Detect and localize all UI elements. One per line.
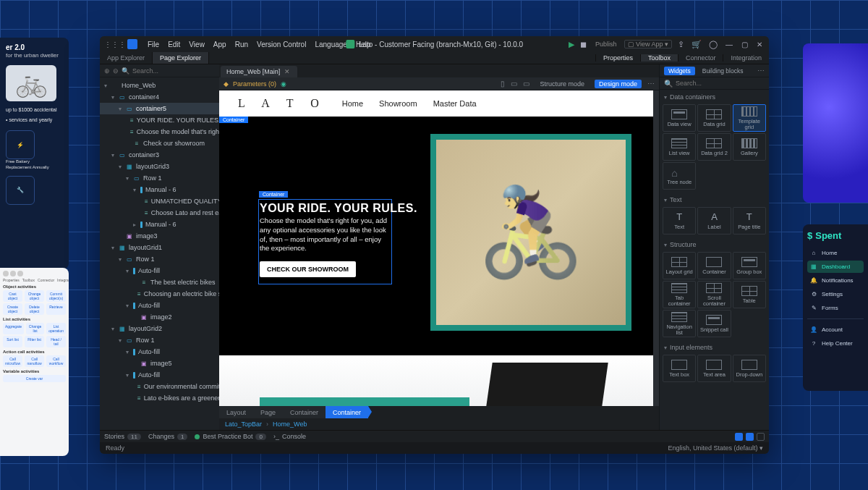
- expand-icon[interactable]: ⊕: [104, 67, 110, 75]
- tab-page-explorer[interactable]: Page Explorer: [153, 52, 209, 64]
- path-layout[interactable]: Lato_TopBar: [225, 421, 262, 428]
- menu-edit[interactable]: Edit: [163, 41, 184, 48]
- tree-node[interactable]: ▾Home_Web: [100, 80, 219, 91]
- widget-navigation-list[interactable]: Navigation list: [663, 310, 696, 337]
- apps-grid-icon[interactable]: ⋮⋮⋮: [104, 41, 126, 48]
- document-tab[interactable]: Home_Web [Main] ✕: [221, 66, 297, 77]
- widget-snippet-call[interactable]: Snippet call: [697, 310, 731, 337]
- chevron-icon[interactable]: ▾: [117, 106, 123, 112]
- structure-mode-button[interactable]: Structure mode: [535, 80, 589, 88]
- spent-footer-account[interactable]: 👤Account: [807, 324, 864, 336]
- run-play-icon[interactable]: ▶: [569, 40, 574, 49]
- toolbox-search-input[interactable]: [676, 80, 765, 87]
- menu-app[interactable]: App: [209, 41, 231, 48]
- section-input[interactable]: Input elements: [660, 342, 769, 353]
- parameters-label[interactable]: Parameters (0): [233, 80, 276, 88]
- widget-text-box[interactable]: Text box: [663, 355, 696, 382]
- path-page[interactable]: Home_Web: [273, 421, 307, 428]
- cart-icon[interactable]: 🛒: [690, 40, 703, 49]
- widget-gallery[interactable]: Gallery: [733, 133, 766, 161]
- tree-node[interactable]: ▾container5: [100, 103, 219, 114]
- pl-chip[interactable]: Aggregate: [3, 323, 24, 334]
- user-avatar-icon[interactable]: ◯: [707, 40, 719, 49]
- pl-chip[interactable]: Create var: [3, 375, 66, 382]
- pl-chip[interactable]: Call microflow: [3, 355, 22, 367]
- menu-file[interactable]: File: [143, 41, 163, 48]
- widget-tree-node[interactable]: Tree node: [663, 162, 696, 190]
- chevron-icon[interactable]: ▾: [110, 326, 116, 332]
- tree-node[interactable]: ▾Manual - 6: [100, 184, 219, 195]
- tab-app-explorer[interactable]: App Explorer: [100, 52, 153, 64]
- crumb-container[interactable]: Container: [326, 406, 368, 418]
- menu-run[interactable]: Run: [231, 41, 252, 48]
- widget-list-view[interactable]: List view: [663, 133, 696, 161]
- tree-node[interactable]: ▾layoutGrid3: [100, 161, 219, 172]
- stop-icon[interactable]: ◼: [579, 40, 588, 49]
- section-data-containers[interactable]: Data containers: [660, 91, 769, 103]
- widget-scroll-container[interactable]: Scroll container: [697, 281, 731, 308]
- chevron-icon[interactable]: ▾: [110, 94, 116, 101]
- crumb-page[interactable]: Page: [253, 406, 283, 418]
- menu-version-control[interactable]: Version Control: [252, 41, 310, 48]
- window-close-icon[interactable]: ✕: [754, 41, 765, 48]
- view-toggle-2-icon[interactable]: [746, 433, 754, 441]
- tree-node[interactable]: ▾Auto-fill: [100, 369, 219, 381]
- pl-chip[interactable]: Call workflow: [46, 355, 66, 367]
- spent-item-dashboard[interactable]: ▦Dashboard: [807, 261, 864, 273]
- cta-button[interactable]: CHECK OUR SHOWROOM: [260, 261, 356, 277]
- widget-data-grid[interactable]: Data grid: [697, 104, 731, 132]
- pl-chip[interactable]: Delete object: [25, 303, 44, 315]
- crumb-container[interactable]: Container: [283, 406, 326, 418]
- hero-headline[interactable]: YOUR RIDE. YOUR RULES.: [260, 202, 417, 215]
- view-toggle-3-icon[interactable]: [757, 433, 765, 441]
- tree-node[interactable]: ▾Row 1: [100, 172, 219, 184]
- mendix-logo-icon[interactable]: [127, 39, 137, 49]
- chevron-icon[interactable]: ▸: [132, 221, 137, 228]
- window-maximize-icon[interactable]: ▢: [739, 41, 750, 48]
- section-text[interactable]: Text: [660, 194, 769, 206]
- toolbox-more-icon[interactable]: ⋯: [757, 67, 765, 75]
- pl-chip[interactable]: List operation: [46, 323, 66, 334]
- hero-body[interactable]: Choose the model that's right for you, a…: [260, 216, 391, 253]
- dock-bpb[interactable]: Best Practice Bot0: [195, 433, 265, 440]
- phone-preview-icon[interactable]: ▯: [501, 80, 505, 88]
- hero-section[interactable]: Container YOUR RIDE. YOUR RULES. Choose …: [219, 117, 653, 355]
- tab-toolbox[interactable]: Toolbox: [640, 54, 678, 62]
- publish-button[interactable]: Publish: [592, 41, 620, 48]
- spent-item-home[interactable]: ⌂Home: [807, 247, 864, 259]
- quality-section[interactable]: UNMATCHED QUALITY Choose Lato and rest e…: [219, 355, 653, 406]
- widget-layout-grid[interactable]: Layout grid: [663, 252, 696, 279]
- toolbar-more-icon[interactable]: ⋯: [647, 80, 655, 88]
- chevron-icon[interactable]: ▾: [117, 164, 123, 170]
- pl-chip[interactable]: Change list: [26, 323, 44, 334]
- pl-chip[interactable]: Call nanoflow: [25, 355, 44, 367]
- tree-node[interactable]: ▸image3: [100, 230, 219, 242]
- tree-node[interactable]: ▸UNMATCHED QUALITY: [100, 195, 219, 207]
- widget-text[interactable]: TText: [663, 207, 696, 235]
- spent-item-settings[interactable]: ⚙Settings: [807, 288, 864, 300]
- tree-node[interactable]: ▾layoutGrid1: [100, 242, 219, 253]
- tree-node[interactable]: ▸The best electric bikes: [100, 276, 219, 288]
- tree-node[interactable]: ▸image5: [100, 358, 219, 369]
- explorer-search-input[interactable]: [132, 67, 215, 75]
- pl-chip[interactable]: Commit object(s): [46, 290, 66, 302]
- hero-photo[interactable]: [430, 134, 631, 331]
- spent-item-forms[interactable]: ✎Forms: [807, 302, 864, 314]
- pl-chip[interactable]: Sort list: [3, 336, 22, 347]
- chevron-icon[interactable]: ▾: [110, 152, 116, 159]
- tab-connector[interactable]: Connector: [678, 54, 723, 62]
- tab-properties[interactable]: Properties: [595, 54, 640, 62]
- chevron-icon[interactable]: ▾: [124, 349, 130, 355]
- dock-console[interactable]: ›_Console: [273, 433, 306, 440]
- tab-integration[interactable]: Integration: [723, 54, 769, 62]
- chevron-icon[interactable]: ▾: [110, 245, 116, 251]
- design-mode-button[interactable]: Design mode: [595, 80, 642, 88]
- chevron-icon[interactable]: ▾: [132, 187, 137, 193]
- pl-chip[interactable]: Create object: [3, 303, 22, 315]
- toolbox-tab-blocks[interactable]: Building blocks: [698, 67, 748, 75]
- widget-data-view[interactable]: Data view: [663, 104, 696, 132]
- tree-node[interactable]: ▸Choosing an electric bike shou…: [100, 288, 219, 300]
- share-icon[interactable]: ⇪: [676, 40, 686, 49]
- pl-chip[interactable]: Filter list: [25, 336, 44, 347]
- chevron-icon[interactable]: ▾: [117, 256, 123, 263]
